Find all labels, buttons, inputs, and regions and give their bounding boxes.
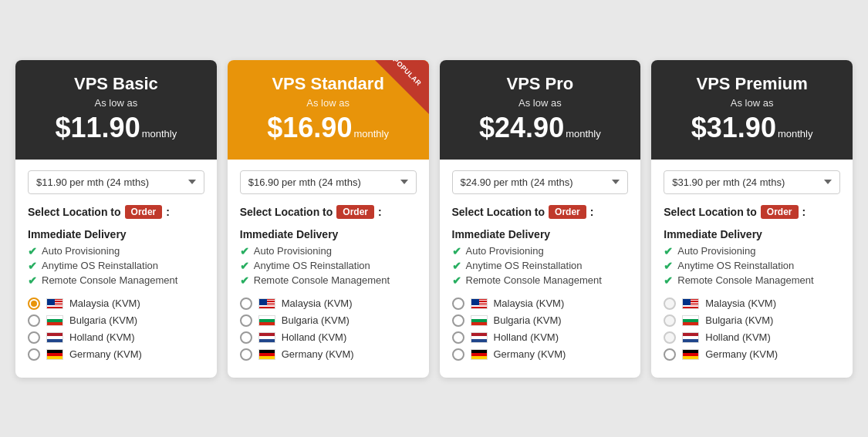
pricing-grid: VPS BasicAs low as$11.90monthly$11.90 pe… xyxy=(15,60,853,378)
card-header-premium: VPS PremiumAs low as$31.90monthly xyxy=(651,60,853,160)
check-icon: ✔ xyxy=(240,245,249,257)
location-item[interactable]: Holland (KVM) xyxy=(664,331,840,344)
radio-button[interactable] xyxy=(452,331,464,344)
radio-button[interactable] xyxy=(664,331,676,344)
colon-standard: : xyxy=(378,206,382,218)
radio-button[interactable] xyxy=(664,314,676,327)
radio-button[interactable] xyxy=(28,297,40,310)
location-name: Malaysia (KVM) xyxy=(282,297,353,309)
flag-nl xyxy=(46,332,63,343)
card-header-standard: POPULARVPS StandardAs low as$16.90monthl… xyxy=(228,60,429,160)
card-premium: VPS PremiumAs low as$31.90monthly$31.90 … xyxy=(651,60,853,378)
card-body-pro: $24.90 per mth (24 mths)Select Location … xyxy=(440,160,641,378)
feature-list-pro: ✔Auto Provisioning✔Anytime OS Reinstalla… xyxy=(452,245,629,287)
check-icon: ✔ xyxy=(240,274,249,287)
radio-button[interactable] xyxy=(240,314,252,327)
colon-basic: : xyxy=(166,206,170,218)
check-icon: ✔ xyxy=(664,260,673,272)
location-name: Bulgaria (KVM) xyxy=(494,314,562,326)
location-item[interactable]: Malaysia (KVM) xyxy=(240,297,417,310)
card-price-basic: $11.90 xyxy=(56,112,140,143)
flag-nl xyxy=(682,332,699,343)
order-badge-standard[interactable]: Order xyxy=(336,205,374,219)
flag-bg xyxy=(258,315,275,326)
location-item[interactable]: Holland (KVM) xyxy=(452,331,629,344)
location-item[interactable]: Holland (KVM) xyxy=(240,331,417,344)
price-select-standard[interactable]: $16.90 per mth (24 mths) xyxy=(240,170,417,194)
card-period-pro: monthly xyxy=(566,128,601,140)
location-item[interactable]: Bulgaria (KVM) xyxy=(664,314,840,327)
card-basic: VPS BasicAs low as$11.90monthly$11.90 pe… xyxy=(15,60,217,378)
location-item[interactable]: Germany (KVM) xyxy=(240,348,417,361)
feature-text: Remote Console Management xyxy=(466,274,602,286)
location-name: Holland (KVM) xyxy=(282,331,347,343)
radio-button[interactable] xyxy=(28,314,40,327)
flag-nl xyxy=(471,332,488,343)
card-period-standard: monthly xyxy=(353,128,389,140)
radio-button[interactable] xyxy=(452,348,464,361)
flag-my xyxy=(471,298,488,309)
immediate-delivery-title-pro: Immediate Delivery xyxy=(452,228,629,240)
card-title-pro: VPS Pro xyxy=(451,74,630,94)
radio-button[interactable] xyxy=(240,348,252,361)
location-name: Malaysia (KVM) xyxy=(494,297,565,309)
price-select-premium[interactable]: $31.90 per mth (24 mths) xyxy=(664,170,840,194)
check-icon: ✔ xyxy=(240,260,249,272)
select-location-label-standard: Select Location to xyxy=(240,206,333,218)
flag-de xyxy=(682,349,699,360)
flag-my xyxy=(258,298,275,309)
feature-text: Remote Console Management xyxy=(254,274,390,286)
colon-premium: : xyxy=(802,206,806,218)
feature-text: Anytime OS Reinstallation xyxy=(42,260,158,271)
location-item[interactable]: Malaysia (KVM) xyxy=(452,297,629,310)
location-item[interactable]: Bulgaria (KVM) xyxy=(240,314,417,327)
location-item[interactable]: Bulgaria (KVM) xyxy=(28,314,204,327)
card-price-row-pro: $24.90monthly xyxy=(451,112,630,144)
feature-text: Auto Provisioning xyxy=(466,245,544,257)
card-price-premium: $31.90 xyxy=(691,112,776,143)
location-name: Bulgaria (KVM) xyxy=(69,314,137,326)
location-name: Bulgaria (KVM) xyxy=(705,314,773,326)
radio-button[interactable] xyxy=(664,297,676,310)
location-name: Malaysia (KVM) xyxy=(69,297,140,309)
location-item[interactable]: Germany (KVM) xyxy=(452,348,629,361)
feature-item: ✔Anytime OS Reinstallation xyxy=(240,260,417,272)
card-body-basic: $11.90 per mth (24 mths)Select Location … xyxy=(15,160,217,378)
card-period-basic: monthly xyxy=(142,128,177,140)
card-price-row-basic: $11.90monthly xyxy=(26,112,206,144)
check-icon: ✔ xyxy=(28,274,37,287)
price-select-basic[interactable]: $11.90 per mth (24 mths) xyxy=(28,170,204,194)
radio-button[interactable] xyxy=(28,331,40,344)
feature-text: Remote Console Management xyxy=(677,274,813,286)
location-item[interactable]: Bulgaria (KVM) xyxy=(452,314,629,327)
location-item[interactable]: Malaysia (KVM) xyxy=(28,297,204,310)
card-title-premium: VPS Premium xyxy=(662,74,842,94)
order-badge-pro[interactable]: Order xyxy=(549,205,586,219)
flag-bg xyxy=(46,315,63,326)
feature-item: ✔Remote Console Management xyxy=(664,274,840,287)
radio-button[interactable] xyxy=(28,348,40,361)
radio-button[interactable] xyxy=(664,348,676,361)
select-location-row-standard: Select Location toOrder: xyxy=(240,205,417,219)
location-item[interactable]: Holland (KVM) xyxy=(28,331,204,344)
feature-text: Auto Provisioning xyxy=(42,245,120,257)
location-item[interactable]: Germany (KVM) xyxy=(28,348,204,361)
card-period-premium: monthly xyxy=(778,128,813,140)
feature-text: Anytime OS Reinstallation xyxy=(254,260,370,271)
location-item[interactable]: Malaysia (KVM) xyxy=(664,297,840,310)
check-icon: ✔ xyxy=(664,245,673,257)
radio-button[interactable] xyxy=(452,297,464,310)
radio-button[interactable] xyxy=(452,314,464,327)
location-item[interactable]: Germany (KVM) xyxy=(664,348,840,361)
radio-button[interactable] xyxy=(240,331,252,344)
order-badge-premium[interactable]: Order xyxy=(761,205,799,219)
price-select-pro[interactable]: $24.90 per mth (24 mths) xyxy=(452,170,629,194)
location-name: Bulgaria (KVM) xyxy=(282,314,350,326)
flag-my xyxy=(46,298,63,309)
location-name: Germany (KVM) xyxy=(69,348,142,360)
radio-button[interactable] xyxy=(240,297,252,310)
immediate-delivery-title-standard: Immediate Delivery xyxy=(240,228,417,240)
feature-text: Auto Provisioning xyxy=(254,245,332,257)
flag-de xyxy=(258,349,275,360)
order-badge-basic[interactable]: Order xyxy=(125,205,163,219)
